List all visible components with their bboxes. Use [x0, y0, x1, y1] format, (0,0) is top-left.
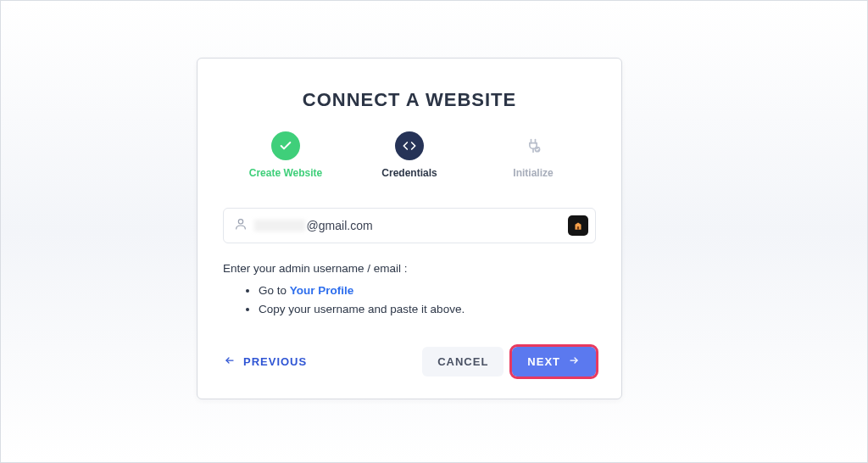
step-label: Initialize	[513, 167, 553, 179]
user-icon	[234, 217, 248, 234]
your-profile-link[interactable]: Your Profile	[290, 284, 354, 297]
plug-icon	[519, 131, 548, 160]
arrow-left-icon	[223, 355, 236, 368]
next-label: NEXT	[527, 355, 560, 368]
step-credentials: Credentials	[371, 131, 448, 179]
next-button[interactable]: NEXT	[512, 347, 596, 377]
previous-label: PREVIOUS	[243, 355, 307, 368]
extension-badge-icon[interactable]	[568, 215, 588, 236]
connect-website-modal: CONNECT A WEBSITE Create Website Credent…	[197, 58, 622, 399]
modal-title: CONNECT A WEBSITE	[223, 89, 596, 111]
step-label: Create Website	[249, 167, 322, 179]
goto-prefix: Go to	[259, 284, 290, 297]
step-create-website: Create Website	[248, 131, 324, 179]
cancel-button[interactable]: CANCEL	[422, 347, 504, 377]
step-label: Credentials	[381, 167, 437, 179]
list-item: Go to Your Profile	[259, 282, 596, 300]
previous-button[interactable]: PREVIOUS	[223, 347, 322, 377]
step-initialize: Initialize	[495, 131, 571, 179]
check-icon	[271, 131, 300, 160]
instructions-list: Go to Your Profile Copy your username an…	[223, 282, 596, 318]
right-actions: CANCEL NEXT	[422, 347, 596, 377]
cancel-label: CANCEL	[437, 355, 488, 368]
instructions-label: Enter your admin username / email :	[223, 262, 596, 275]
list-item: Copy your username and paste it above.	[259, 300, 596, 319]
email-field[interactable]	[307, 219, 558, 232]
stepper: Create Website Credentials Initialize	[223, 131, 596, 179]
redacted-username	[254, 220, 305, 232]
modal-footer: PREVIOUS CANCEL NEXT	[223, 347, 596, 377]
svg-rect-2	[577, 226, 579, 230]
code-icon	[395, 131, 424, 160]
svg-point-1	[238, 220, 242, 224]
arrow-right-icon	[567, 355, 581, 368]
email-input-wrapper[interactable]	[223, 208, 596, 243]
